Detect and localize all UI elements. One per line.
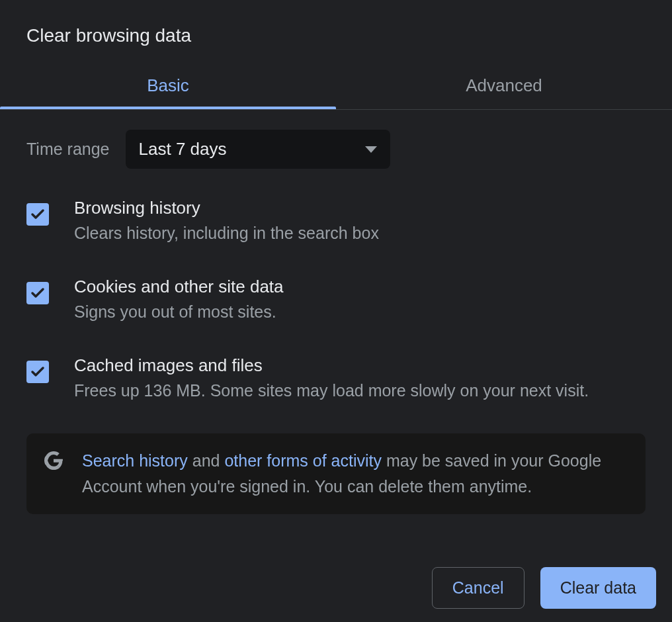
option-cache: Cached images and files Frees up 136 MB.… xyxy=(26,355,646,402)
checkbox-cookies[interactable] xyxy=(26,282,49,304)
tab-basic-label: Basic xyxy=(147,75,189,95)
google-icon xyxy=(44,451,63,470)
checkbox-cache[interactable] xyxy=(26,361,49,383)
option-text: Cookies and other site data Signs you ou… xyxy=(74,277,284,324)
info-text-1: and xyxy=(188,451,225,470)
google-account-info: Search history and other forms of activi… xyxy=(26,433,646,514)
check-icon xyxy=(30,285,46,301)
option-desc: Signs you out of most sites. xyxy=(74,301,284,324)
tab-advanced-label: Advanced xyxy=(466,75,542,95)
option-title: Cached images and files xyxy=(74,355,589,376)
time-range-label: Time range xyxy=(26,140,110,159)
check-icon xyxy=(30,364,46,380)
info-text: Search history and other forms of activi… xyxy=(82,448,628,500)
checkbox-browsing-history[interactable] xyxy=(26,203,49,226)
clear-data-button-label: Clear data xyxy=(560,578,636,597)
link-other-activity[interactable]: other forms of activity xyxy=(224,451,382,470)
tab-bar: Basic Advanced xyxy=(0,65,672,110)
time-range-row: Time range Last 7 days xyxy=(26,130,646,169)
clear-browsing-data-dialog: Clear browsing data Basic Advanced Time … xyxy=(0,0,672,622)
check-icon xyxy=(30,206,46,222)
cancel-button[interactable]: Cancel xyxy=(432,567,525,609)
option-desc: Clears history, including in the search … xyxy=(74,222,379,245)
tab-basic[interactable]: Basic xyxy=(0,65,336,109)
option-text: Browsing history Clears history, includi… xyxy=(74,198,379,245)
option-browsing-history: Browsing history Clears history, includi… xyxy=(26,198,646,245)
caret-down-icon xyxy=(365,146,377,153)
option-desc: Frees up 136 MB. Some sites may load mor… xyxy=(74,380,589,402)
option-title: Browsing history xyxy=(74,198,379,218)
dialog-button-row: Cancel Clear data xyxy=(432,567,656,609)
dialog-content: Time range Last 7 days Browsing history … xyxy=(0,110,672,514)
link-search-history[interactable]: Search history xyxy=(82,451,188,470)
option-text: Cached images and files Frees up 136 MB.… xyxy=(74,355,589,402)
option-cookies: Cookies and other site data Signs you ou… xyxy=(26,277,646,324)
tab-advanced[interactable]: Advanced xyxy=(336,65,672,109)
time-range-select[interactable]: Last 7 days xyxy=(126,130,390,169)
clear-data-button[interactable]: Clear data xyxy=(540,567,656,609)
time-range-value: Last 7 days xyxy=(139,139,227,159)
cancel-button-label: Cancel xyxy=(452,578,504,597)
dialog-title: Clear browsing data xyxy=(0,0,672,65)
option-title: Cookies and other site data xyxy=(74,277,284,297)
